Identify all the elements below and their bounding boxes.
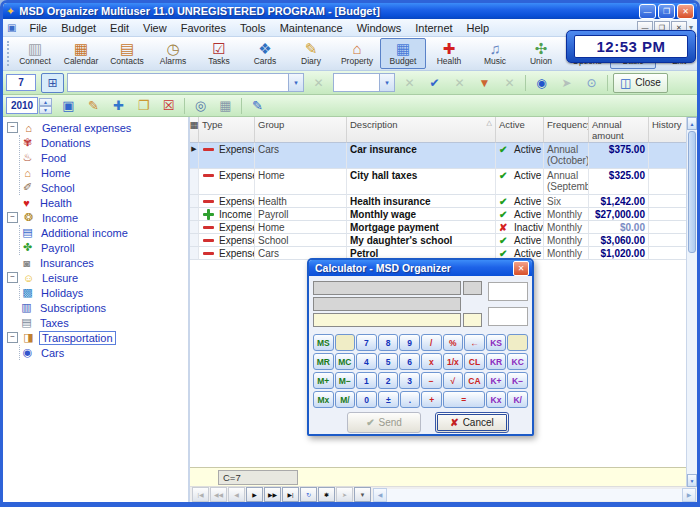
calc-key-mx[interactable]: Mx (313, 391, 334, 408)
calc-key-blank[interactable] (507, 334, 528, 351)
calc-key-x[interactable]: x (421, 353, 442, 370)
calc-key-7[interactable]: 7 (356, 334, 377, 351)
calc-key-k-[interactable]: K/ (507, 391, 528, 408)
menu-budget[interactable]: Budget (54, 21, 103, 35)
column-header-frequency[interactable]: Frequency (544, 117, 589, 143)
menu-windows[interactable]: Windows (350, 21, 409, 35)
calc-key--[interactable]: . (400, 391, 421, 408)
calc-key-kr[interactable]: KR (486, 353, 507, 370)
scroll-down-icon[interactable]: ▼ (687, 474, 697, 487)
toolbar-button-tasks[interactable]: ☑Tasks (196, 38, 242, 69)
tree-item-insurances[interactable]: ◙Insurances (5, 255, 188, 270)
toolbar-button-budget[interactable]: ▦Budget (380, 38, 426, 69)
tree-item-holidays[interactable]: ▩Holidays (20, 285, 188, 300)
close-view-button[interactable]: ◫ Close (613, 73, 668, 93)
tree-item-subscriptions[interactable]: ▥Subscriptions (5, 300, 188, 315)
tree-item-food[interactable]: ♨Food (20, 150, 188, 165)
toolbar-button-alarms[interactable]: ◷Alarms (150, 38, 196, 69)
column-header-active[interactable]: Active (496, 117, 544, 143)
calc-key-ms[interactable]: MS (313, 334, 334, 351)
cancel-button[interactable]: ✘ Cancel (435, 412, 509, 433)
calc-key-kx[interactable]: Kx (486, 391, 507, 408)
calc-key-kc[interactable]: KC (507, 353, 528, 370)
calc-key--[interactable]: √ (443, 372, 464, 389)
nav-next-page[interactable]: ▶▶ (264, 487, 281, 502)
print-button[interactable]: ▦ (214, 96, 237, 116)
column-header-group[interactable]: Group (255, 117, 347, 143)
toolbar-button-music[interactable]: ♫Music (472, 38, 518, 69)
column-header-description[interactable]: Description△ (347, 117, 496, 143)
calc-key-cl[interactable]: CL (464, 353, 485, 370)
column-header-history[interactable]: History (649, 117, 687, 143)
menu-help[interactable]: Help (460, 21, 497, 35)
calc-key-0[interactable]: 0 (356, 391, 377, 408)
menu-view[interactable]: View (136, 21, 174, 35)
tree-expander-icon[interactable]: − (7, 332, 18, 343)
calc-key--[interactable]: + (421, 391, 442, 408)
calc-key-5[interactable]: 5 (378, 353, 399, 370)
add-record-button[interactable]: ✚ (107, 96, 130, 116)
color-filter-button[interactable]: ▼ (473, 73, 496, 93)
hierarchy-view-button[interactable]: ⊞ (41, 73, 64, 93)
delete-record-button[interactable]: ☒ (157, 96, 180, 116)
calc-key-2[interactable]: 2 (378, 372, 399, 389)
edit-record-button[interactable]: ✎ (82, 96, 105, 116)
type-filter-combo[interactable]: ▾ (333, 73, 395, 92)
table-row[interactable]: ExpenseHealthHealth insurance✔ActiveSix … (190, 195, 687, 208)
calculator-close-button[interactable]: ✕ (513, 261, 529, 276)
calc-key-4[interactable]: 4 (356, 353, 377, 370)
tree-expander-icon[interactable]: − (7, 122, 18, 133)
calc-key-blank[interactable] (335, 334, 356, 351)
calc-key--[interactable]: / (421, 334, 442, 351)
search-binoculars-button[interactable]: ◉ (530, 73, 553, 93)
calc-key-6[interactable]: 6 (399, 353, 420, 370)
calc-key-ca[interactable]: CA (464, 372, 485, 389)
menu-tools[interactable]: Tools (233, 21, 273, 35)
nav-filter[interactable]: ▼ (354, 487, 371, 502)
menu-file[interactable]: File (22, 21, 54, 35)
tree-item-leisure[interactable]: −☺Leisure (5, 270, 188, 285)
tree-item-home[interactable]: ⌂Home (20, 165, 188, 180)
scroll-right-icon[interactable]: ▶ (682, 488, 696, 502)
menu-maintenance[interactable]: Maintenance (273, 21, 350, 35)
calc-key-1-x[interactable]: 1/x (443, 353, 464, 370)
calculator-title-bar[interactable]: Calculator - MSD Organizer ✕ (309, 260, 532, 276)
nav-goto[interactable]: ➤ (336, 487, 353, 502)
vertical-scrollbar[interactable]: ▲ ▼ (686, 117, 697, 487)
calc-key--[interactable]: = (443, 391, 485, 408)
toolbar-button-union[interactable]: ✣Union (518, 38, 564, 69)
group-filter-combo[interactable]: ▾ (67, 73, 304, 92)
tree-expander-icon[interactable]: − (7, 272, 18, 283)
scroll-thumb[interactable] (688, 131, 696, 253)
calc-key--[interactable]: − (421, 372, 442, 389)
toolbar-button-connect[interactable]: ▥Connect (12, 38, 58, 69)
filter-check-button[interactable]: ✔ (423, 73, 446, 93)
view-record-button[interactable]: ▣ (57, 96, 80, 116)
spin-up-icon[interactable]: ▲ (39, 98, 52, 106)
nav-bookmark[interactable]: ✱ (318, 487, 335, 502)
nav-last[interactable]: ▶| (282, 487, 299, 502)
menu-favorites[interactable]: Favorites (174, 21, 233, 35)
toolbar-button-diary[interactable]: ✎Diary (288, 38, 334, 69)
calc-key-mr[interactable]: MR (313, 353, 334, 370)
calc-key--[interactable]: % (443, 334, 464, 351)
table-row[interactable]: ▶ExpenseCarsCar insurance✔ActiveAnnual (… (190, 143, 687, 169)
restore-button[interactable]: ❐ (658, 4, 675, 19)
year-input[interactable]: 2010 (6, 97, 38, 114)
copy-record-button[interactable]: ❐ (132, 96, 155, 116)
tree-item-additional-income[interactable]: ▤Additional income (20, 225, 188, 240)
tree-item-transportation[interactable]: −◨Transportation (5, 330, 188, 345)
scroll-up-icon[interactable]: ▲ (687, 117, 697, 130)
table-row[interactable]: ExpenseSchoolMy daughter's school✔Active… (190, 234, 687, 247)
table-row[interactable]: IncomePayrollMonthly wage✔ActiveMonthly$… (190, 208, 687, 221)
calc-input-display[interactable] (313, 313, 461, 327)
tree-item-cars[interactable]: ◉Cars (20, 345, 188, 360)
calc-key-k-[interactable]: K− (507, 372, 528, 389)
calc-key-3[interactable]: 3 (399, 372, 420, 389)
clear-filter-button[interactable]: ✕ (448, 73, 471, 93)
toolbar-button-property[interactable]: ⌂Property (334, 38, 380, 69)
calc-key-1[interactable]: 1 (356, 372, 377, 389)
nav-refresh[interactable]: ↻ (300, 487, 317, 502)
tree-item-school[interactable]: ✐School (20, 180, 188, 195)
calc-key-9[interactable]: 9 (399, 334, 420, 351)
